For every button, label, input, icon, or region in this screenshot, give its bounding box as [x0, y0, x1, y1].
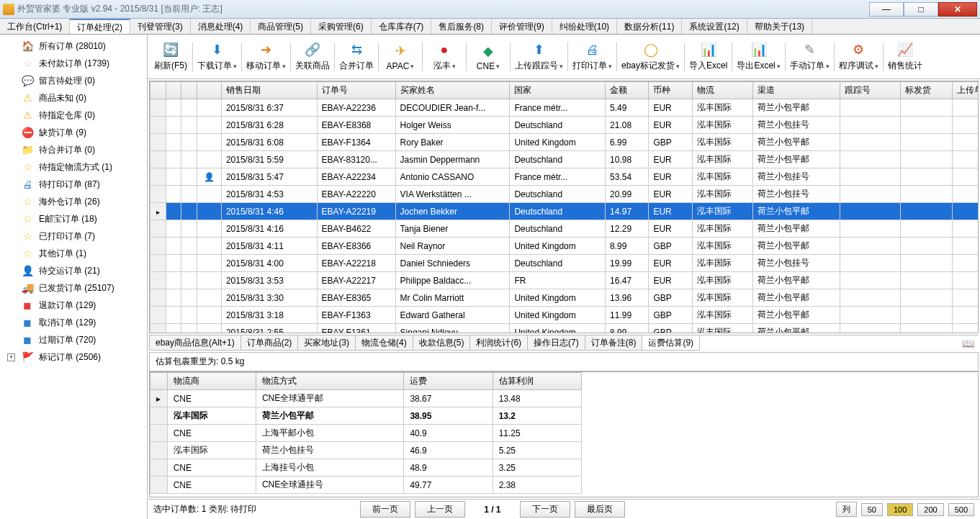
grid-header[interactable] [181, 82, 197, 99]
toolbar-button[interactable]: ➜移动订单▾ [245, 38, 287, 75]
freight-row[interactable]: CNECNE全球通挂号49.772.38 [150, 477, 582, 494]
toolbar-button[interactable]: 🔗关联商品 [294, 38, 331, 75]
grid-header[interactable]: 销售日期 [221, 82, 317, 99]
main-tab[interactable]: 消息处理(4) [191, 19, 251, 34]
grid-header[interactable]: 金额 [606, 82, 649, 99]
main-tab[interactable]: 纠纷处理(10) [552, 19, 617, 34]
toolbar-button[interactable]: 🔄刷新(F5) [152, 38, 189, 75]
grid-header[interactable] [150, 82, 166, 99]
minimize-button[interactable]: — [869, 2, 904, 17]
table-row[interactable]: 2015/8/31 2:55EBAY-F1361Singani NdlovuUn… [150, 324, 979, 334]
last-page-button[interactable]: 最后页 [575, 501, 625, 518]
order-grid-wrap[interactable]: 销售日期订单号买家姓名国家金额币种物流渠道跟踪号标发货上传单号2015/8/31… [149, 81, 979, 333]
detail-tab[interactable]: ebay商品信息(Alt+1) [149, 335, 241, 351]
table-row[interactable]: 2015/8/31 5:59EBAY-83120...Jasmin Depper… [150, 151, 979, 168]
pagesize-200[interactable]: 200 [917, 503, 943, 516]
toolbar-button[interactable]: ⇆合并订单 [338, 38, 375, 75]
main-tab[interactable]: 工作台(Ctrl+1) [0, 19, 70, 34]
sidebar-item[interactable]: ☆E邮宝订单 (18) [0, 210, 147, 227]
first-page-button[interactable]: 前一页 [360, 501, 410, 518]
toolbar-button[interactable]: ✎手动订单▾ [788, 38, 831, 75]
next-page-button[interactable]: 下一页 [520, 501, 570, 518]
table-row[interactable]: 2015/8/31 4:00EBAY-A22218Daniel Schniede… [150, 255, 979, 272]
freight-row[interactable]: 泓丰国际荷兰小包平邮38.9513.2 [150, 407, 582, 425]
main-tab[interactable]: 刊登管理(3) [130, 19, 191, 34]
sidebar-item[interactable]: ☆未付款订单 (1739) [0, 55, 147, 72]
main-tab[interactable]: 系统设置(12) [682, 19, 747, 34]
table-row[interactable]: 2015/8/31 3:18EBAY-F1363Edward GatheralU… [150, 307, 979, 324]
grid-header[interactable]: 物流 [692, 82, 752, 99]
maximize-button[interactable]: □ [904, 2, 938, 17]
toolbar-button[interactable]: ●泓丰▾ [426, 38, 463, 75]
table-row[interactable]: 2015/8/31 4:53EBAY-A22220VIA Werkstätten… [150, 186, 979, 203]
sidebar-item[interactable]: ⚠待指定仓库 (0) [0, 107, 147, 124]
grid-header[interactable] [166, 82, 181, 99]
main-tab[interactable]: 仓库库存(7) [372, 19, 432, 34]
sidebar-item[interactable]: 📁待合并订单 (0) [0, 141, 147, 158]
grid-header[interactable]: 买家姓名 [395, 82, 510, 99]
table-row[interactable]: 2015/8/31 6:37EBAY-A22236DECOUDIER Jean-… [150, 99, 979, 117]
toolbar-button[interactable]: ◆CNE▾ [469, 40, 507, 74]
main-tab[interactable]: 评价管理(9) [492, 19, 552, 34]
grid-header[interactable]: 跟踪号 [840, 82, 900, 99]
grid-header[interactable]: 国家 [510, 82, 606, 99]
main-tab[interactable]: 数据分析(11) [617, 19, 682, 34]
grid-header[interactable]: 上传单号 [953, 82, 979, 99]
detail-tab[interactable]: 收款信息(5) [413, 335, 471, 351]
table-row[interactable]: 2015/8/31 3:30EBAY-E8365Mr Colin Marriot… [150, 289, 979, 307]
list-button[interactable]: 列 [836, 502, 857, 517]
table-row[interactable]: 2015/8/31 3:53EBAY-A22217Philippe Baldac… [150, 272, 979, 289]
toolbar-button[interactable]: 📈销售统计 [886, 38, 924, 75]
sidebar-item[interactable]: 🚚已发货订单 (25107) [0, 279, 147, 297]
detail-tab[interactable]: 运费估算(9) [642, 335, 700, 351]
detail-tab[interactable]: 物流仓储(4) [355, 335, 413, 351]
sidebar-item[interactable]: 🏠所有订单 (28010) [0, 37, 147, 55]
toolbar-button[interactable]: ✈APAC▾ [382, 40, 419, 74]
book-icon[interactable]: 📖 [962, 338, 974, 349]
sidebar-item[interactable]: ◼过期订单 (720) [0, 331, 147, 348]
toolbar-button[interactable]: ⬇下载订单▾ [196, 38, 238, 75]
sidebar-item[interactable]: ☆海外仓订单 (26) [0, 193, 147, 210]
toolbar-button[interactable]: 🖨打印订单▾ [571, 38, 613, 75]
grid-header[interactable]: 标发货 [901, 82, 953, 99]
pagesize-50[interactable]: 50 [861, 503, 883, 516]
freight-grid[interactable]: 物流商物流方式运费估算利润▸CNECNE全球通平邮38.6713.48泓丰国际荷… [150, 372, 582, 494]
freight-row[interactable]: 泓丰国际荷兰小包挂号46.95.25 [150, 442, 582, 459]
sidebar-item[interactable]: ☆其他订单 (1) [0, 245, 147, 262]
toolbar-button[interactable]: ⚙程序调试▾ [837, 38, 880, 75]
main-tab[interactable]: 售后服务(8) [431, 19, 492, 34]
main-tab[interactable]: 订单处理(2) [70, 19, 130, 34]
grid-header[interactable]: 币种 [649, 82, 692, 99]
table-row[interactable]: 👤2015/8/31 5:47EBAY-A22234Antonio CASSAN… [150, 168, 979, 186]
detail-tab[interactable]: 利润统计(6) [469, 335, 528, 351]
sidebar-item[interactable]: 👤待交运订单 (21) [0, 262, 147, 279]
sidebar-item[interactable]: 💬留言待处理 (0) [0, 72, 147, 89]
expand-icon[interactable]: + [7, 353, 15, 361]
freight-header[interactable]: 运费 [404, 373, 493, 390]
main-tab[interactable]: 帮助关于(13) [747, 19, 812, 34]
freight-row[interactable]: ▸CNECNE全球通平邮38.6713.48 [150, 390, 582, 407]
toolbar-button[interactable]: ⬆上传跟踪号▾ [513, 38, 565, 75]
freight-header[interactable]: 物流方式 [256, 373, 403, 390]
detail-tab[interactable]: 订单商品(2) [240, 335, 299, 351]
sidebar-item[interactable]: ☆已打印订单 (7) [0, 227, 147, 245]
grid-header[interactable]: 渠道 [753, 82, 840, 99]
pagesize-100[interactable]: 100 [887, 503, 913, 516]
sidebar-item[interactable]: ◼退款订单 (129) [0, 297, 147, 314]
freight-grid-wrap[interactable]: 物流商物流方式运费估算利润▸CNECNE全球通平邮38.6713.48泓丰国际荷… [149, 371, 979, 497]
sidebar-item[interactable]: ☆待指定物流方式 (1) [0, 158, 147, 176]
main-tab[interactable]: 商品管理(5) [251, 19, 311, 34]
freight-row[interactable]: CNE上海平邮小包40.911.25 [150, 425, 582, 442]
detail-tab[interactable]: 操作日志(7) [527, 335, 585, 351]
main-tab[interactable]: 采购管理(6) [311, 19, 372, 34]
freight-row[interactable]: CNE上海挂号小包48.93.25 [150, 459, 582, 477]
toolbar-button[interactable]: 📊导出Excel▾ [735, 38, 781, 75]
sidebar-item[interactable]: +🚩标记订单 (2506) [0, 348, 147, 366]
table-row[interactable]: 2015/8/31 6:28EBAY-E8368Holger WeissDeut… [150, 117, 979, 134]
detail-tab[interactable]: 订单备注(8) [585, 335, 643, 351]
table-row[interactable]: 2015/8/31 6:08EBAY-F1364Rory BakerUnited… [150, 134, 979, 151]
toolbar-button[interactable]: ◯ebay标记发货▾ [620, 38, 681, 75]
grid-header[interactable]: 订单号 [317, 82, 395, 99]
grid-header[interactable] [197, 82, 222, 99]
sidebar-item[interactable]: 🖨待打印订单 (87) [0, 176, 147, 193]
